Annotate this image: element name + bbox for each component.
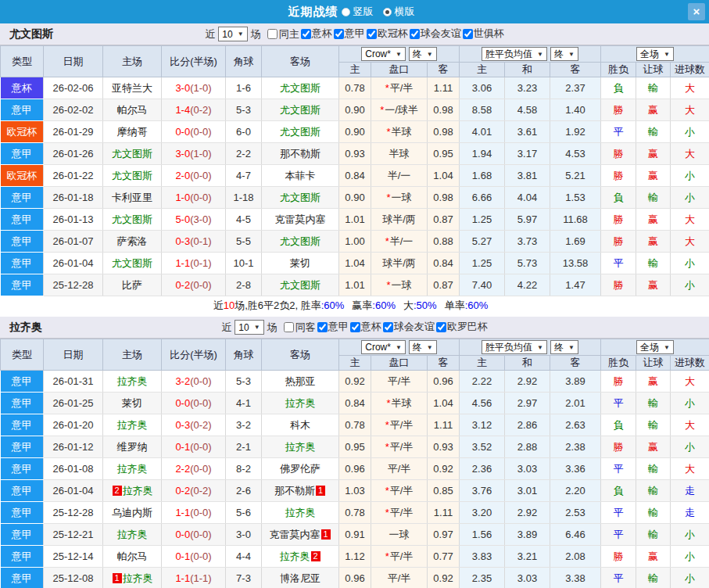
league-checkbox[interactable] xyxy=(367,29,377,39)
competition-badge: 意甲 xyxy=(1,480,44,502)
corner-count: 2-8 xyxy=(226,274,262,296)
handicap: 平/半 xyxy=(371,458,428,480)
league-checkbox[interactable] xyxy=(334,29,344,39)
home-team-name: 卡利亚里 xyxy=(112,192,152,203)
score: 0-2(0-2) xyxy=(162,480,226,502)
competition-badge: 意甲 xyxy=(1,414,44,436)
home-team-name: 比萨 xyxy=(122,279,142,291)
league-checkbox[interactable] xyxy=(317,322,328,332)
avg-value: 胜平负均值 xyxy=(485,48,532,61)
handicap-result-cell: 輸 xyxy=(636,253,671,274)
same-venue-checkbox[interactable] xyxy=(267,29,278,39)
sub-goals: 进球数 xyxy=(671,356,709,371)
half-score: (0-0) xyxy=(190,192,211,203)
odds-final-value: 终 xyxy=(413,341,422,354)
home-odds: 0.92 xyxy=(339,371,371,393)
handicap-result-cell: 輸 xyxy=(636,458,671,480)
result-cell: 勝 xyxy=(601,165,636,187)
half-score: (1-1) xyxy=(190,572,211,584)
col-date: 日期 xyxy=(44,339,103,371)
home-odds: 0.78 xyxy=(339,414,371,436)
horizontal-layout-radio[interactable] xyxy=(383,8,392,16)
home-odds: 0.84 xyxy=(339,393,371,414)
league-checkbox[interactable] xyxy=(350,322,360,332)
stat-label: 赢率 xyxy=(352,299,372,311)
away-odds: 0.96 xyxy=(428,371,460,393)
dropdown-arrow-icon: ▼ xyxy=(664,51,670,58)
col-date: 日期 xyxy=(44,46,103,77)
avg-draw: 5.73 xyxy=(505,253,550,274)
league-checkbox[interactable] xyxy=(410,29,420,39)
league-checkbox[interactable] xyxy=(436,322,446,332)
avg-select[interactable]: 胜平负均值▼ xyxy=(482,340,547,354)
league-filter[interactable]: 世俱杯 xyxy=(461,27,504,41)
avg-away: 2.53 xyxy=(550,502,601,524)
competition-badge: 意甲 xyxy=(1,143,44,165)
handicap: *平/半 xyxy=(371,414,428,436)
home-team: 尤文图斯 xyxy=(103,209,162,231)
handicap: *半/一 xyxy=(371,231,428,253)
home-team: 拉齐奥 xyxy=(103,458,162,480)
close-icon[interactable]: × xyxy=(688,3,705,20)
score: 0-3(0-2) xyxy=(162,414,226,436)
dropdown-arrow-icon: ▼ xyxy=(427,344,433,351)
league-filter[interactable]: 意甲 xyxy=(316,320,349,334)
filter-bar: 近 10▼ 场 同主 意杯意甲欧冠杯球会友谊世俱杯 xyxy=(205,27,503,41)
sub-avg-away: 客 xyxy=(550,356,601,371)
league-filter[interactable]: 球会友谊 xyxy=(381,320,435,334)
corner-count: 6-0 xyxy=(226,121,262,143)
goals-result-cell: 小 xyxy=(671,187,709,209)
league-filter[interactable]: 意杯 xyxy=(299,27,332,41)
avg-away: 6.46 xyxy=(550,524,601,546)
layout-radio-group: 竖版 横版 xyxy=(342,5,421,19)
home-team-name: 摩纳哥 xyxy=(117,126,148,138)
odds-company-select[interactable]: Crow*▼ xyxy=(361,47,406,61)
avg-final-select[interactable]: 终▼ xyxy=(550,340,578,354)
match-count-select[interactable]: 10▼ xyxy=(218,27,247,41)
vertical-layout-radio[interactable] xyxy=(342,8,350,16)
league-filter[interactable]: 球会友谊 xyxy=(408,27,461,41)
league-checkbox[interactable] xyxy=(383,322,393,332)
league-filter[interactable]: 欧冠杯 xyxy=(365,27,408,41)
avg-final-select[interactable]: 终▼ xyxy=(550,47,578,61)
league-filter[interactable]: 欧罗巴杯 xyxy=(435,320,488,334)
avg-home: 7.40 xyxy=(460,274,505,296)
home-team-name: 尤文图斯 xyxy=(112,257,152,269)
home-team: 比萨 xyxy=(103,274,162,296)
league-checkbox[interactable] xyxy=(463,29,473,39)
goals-result-cell: 大 xyxy=(671,209,709,231)
odds-final-select[interactable]: 终▼ xyxy=(409,47,437,61)
odds-company-select[interactable]: Crow*▼ xyxy=(361,340,406,354)
league-checkbox[interactable] xyxy=(301,29,311,39)
odds-group-header: Crow*▼ 终▼ xyxy=(339,46,460,63)
league-filter[interactable]: 意杯 xyxy=(349,320,381,334)
home-team-name: 萨索洛 xyxy=(117,235,148,247)
home-odds: 0.91 xyxy=(339,524,371,546)
match-row: 意甲26-01-20拉齐奥0-3(0-2)3-2科木0.78*平/半1.113.… xyxy=(1,414,709,436)
red-card-badge: 2 xyxy=(113,486,122,496)
same-venue-checkbox[interactable] xyxy=(284,322,294,332)
avg-draw: 3.03 xyxy=(505,568,550,588)
league-filter[interactable]: 意甲 xyxy=(332,27,365,41)
match-count-select[interactable]: 10▼ xyxy=(235,320,263,335)
scope-select[interactable]: 全场▼ xyxy=(636,47,674,61)
full-score: 1-1 xyxy=(175,507,190,518)
red-card-badge: 2 xyxy=(311,551,320,561)
scope-select[interactable]: 全场▼ xyxy=(636,340,674,354)
competition-badge: 意甲 xyxy=(1,231,44,253)
home-team: 摩纳哥 xyxy=(103,121,162,143)
result-cell: 勝 xyxy=(601,546,636,568)
result-cell: 勝 xyxy=(601,99,636,121)
avg-draw: 3.23 xyxy=(505,77,550,99)
away-odds: 0.98 xyxy=(428,99,460,121)
competition-badge: 意甲 xyxy=(1,371,44,393)
avg-away: 2.63 xyxy=(550,414,601,436)
star-marker: * xyxy=(386,192,390,203)
avg-select[interactable]: 胜平负均值▼ xyxy=(482,47,547,61)
odds-final-select[interactable]: 终▼ xyxy=(409,340,437,354)
full-score: 0-2 xyxy=(175,485,190,497)
home-odds: 1.01 xyxy=(339,209,371,231)
competition-badge: 欧冠杯 xyxy=(1,121,44,143)
sub-away: 客 xyxy=(428,356,460,371)
away-team-name: 博洛尼亚 xyxy=(280,572,320,584)
